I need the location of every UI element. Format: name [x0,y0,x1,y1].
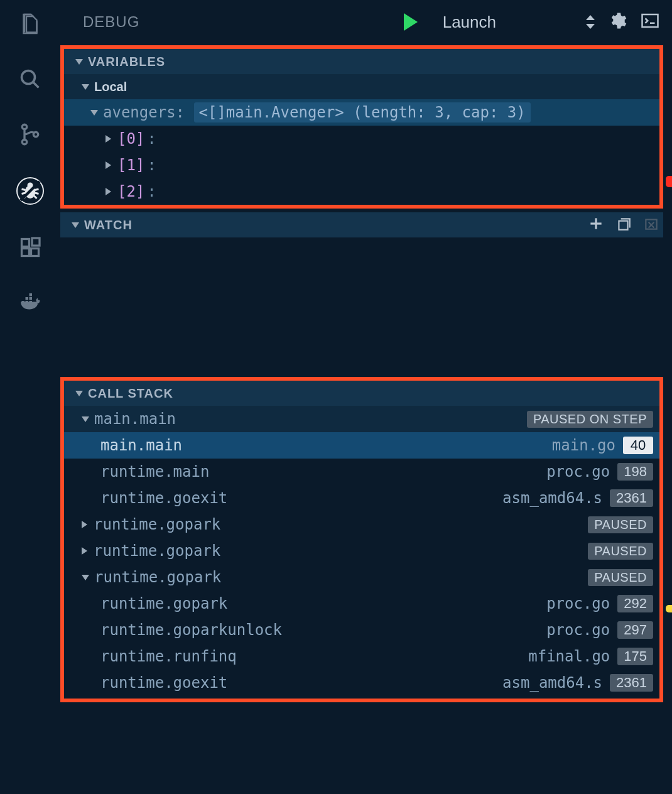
chevron-down-icon [82,575,89,580]
frame-function: runtime.runfinq [100,648,237,665]
add-watch-icon[interactable] [588,215,604,235]
svg-line-1 [33,82,39,88]
chevron-down-icon [82,84,89,90]
svg-rect-15 [22,249,30,256]
variable-value: <[]main.Avenger> (length: 3, cap: 3) [194,102,531,122]
frame-line-badge: 297 [617,621,653,639]
svg-point-4 [33,132,38,137]
variables-section-title: VARIABLES [88,55,165,69]
chevron-down-icon [75,59,83,65]
svg-rect-27 [619,220,627,229]
svg-line-12 [34,196,37,199]
scm-icon[interactable] [18,122,43,147]
frame-file: asm_amd64.s [502,674,602,692]
svg-rect-14 [22,239,30,247]
stack-frame[interactable]: runtime.mainproc.go198 [64,459,659,485]
frame-file: mfinal.go [528,648,610,665]
start-debug-icon[interactable] [404,13,418,31]
extensions-icon[interactable] [18,235,43,260]
colon: : [147,156,156,174]
thread-state-badge: PAUSED ON STEP [527,411,653,428]
thread-state-badge: PAUSED [588,516,653,533]
activity-bar [0,0,60,794]
variable-index: [0] [117,130,144,148]
svg-rect-21 [26,297,29,300]
variable-index: [2] [117,183,144,200]
variable-child[interactable]: [0]: [64,126,659,152]
select-arrows-icon [584,14,595,30]
gear-icon[interactable] [608,11,627,33]
local-scope-label: Local [94,80,127,94]
callstack-section-header[interactable]: CALL STACK [64,381,659,406]
frame-function: runtime.goexit [100,489,227,507]
remove-all-icon[interactable] [643,215,659,235]
svg-line-8 [35,189,39,190]
callstack-section-title: CALL STACK [88,386,173,401]
search-icon[interactable] [18,67,43,92]
thread-row[interactable]: runtime.goparkPAUSED [64,511,659,538]
svg-rect-16 [31,249,39,256]
frame-function: runtime.goparkunlock [100,621,282,639]
frame-file: main.go [552,437,615,454]
stack-frame[interactable]: runtime.goparkunlockproc.go297 [64,617,659,643]
chevron-right-icon [82,521,87,528]
svg-rect-22 [30,297,33,300]
watch-section-header[interactable]: WATCH [60,212,663,237]
frame-function: runtime.main [100,463,209,481]
debug-icon[interactable] [16,177,44,205]
frame-function: main.main [100,437,182,454]
svg-point-2 [22,124,27,129]
svg-line-7 [22,189,26,190]
svg-rect-17 [32,238,40,246]
thread-row[interactable]: runtime.goparkPAUSED [64,538,659,564]
colon: : [147,130,156,148]
frame-file: proc.go [546,595,610,612]
variables-section-header[interactable]: VARIABLES [64,49,659,74]
frame-line-badge: 175 [617,648,653,665]
chevron-down-icon [90,110,98,116]
collapse-all-icon[interactable] [615,215,632,235]
svg-point-0 [22,71,35,84]
colon: : [147,183,156,200]
chevron-right-icon [82,547,87,555]
launch-config-select[interactable]: Launch [443,13,595,32]
frame-line-badge: 198 [617,463,653,481]
thread-name: runtime.gopark [94,542,220,560]
thread-name: runtime.gopark [94,568,221,586]
stack-frame[interactable]: runtime.goparkproc.go292 [64,590,659,617]
debug-topbar: DEBUG Launch [60,0,672,44]
variable-name: avengers: [103,104,185,121]
debug-console-icon[interactable] [641,11,659,33]
thread-name: runtime.gopark [94,516,220,533]
view-title: DEBUG [83,13,391,31]
thread-name: main.main [94,410,176,428]
stack-frame[interactable]: runtime.goexitasm_amd64.s2361 [64,670,659,696]
watch-body [60,237,663,376]
frame-file: proc.go [546,621,610,639]
stack-frame[interactable]: runtime.goexitasm_amd64.s2361 [64,485,659,511]
chevron-down-icon [82,416,89,422]
overview-ruler-warning [666,605,672,612]
svg-rect-24 [642,14,658,27]
svg-line-10 [35,193,39,194]
frame-line-badge: 292 [617,595,653,612]
variable-child[interactable]: [1]: [64,152,659,178]
variables-panel-highlight: VARIABLES Local avengers: <[]main.Avenge… [60,45,663,209]
variable-index: [1] [117,156,144,174]
chevron-right-icon [106,188,111,195]
chevron-right-icon [106,135,111,143]
local-scope-header[interactable]: Local [64,74,659,99]
stack-frame[interactable]: runtime.runfinqmfinal.go175 [64,643,659,670]
docker-icon[interactable] [18,290,43,315]
chevron-down-icon [75,391,83,396]
explorer-icon[interactable] [18,11,43,36]
watch-section-title: WATCH [84,218,133,232]
stack-frame[interactable]: main.mainmain.go40 [64,432,659,459]
frame-file: asm_amd64.s [502,489,602,507]
variable-avengers[interactable]: avengers: <[]main.Avenger> (length: 3, c… [64,99,659,126]
thread-row[interactable]: main.mainPAUSED ON STEP [64,406,659,432]
thread-state-badge: PAUSED [588,569,653,586]
variable-child[interactable]: [2]: [64,178,659,205]
svg-rect-23 [30,293,33,296]
thread-row[interactable]: runtime.goparkPAUSED [64,564,659,590]
